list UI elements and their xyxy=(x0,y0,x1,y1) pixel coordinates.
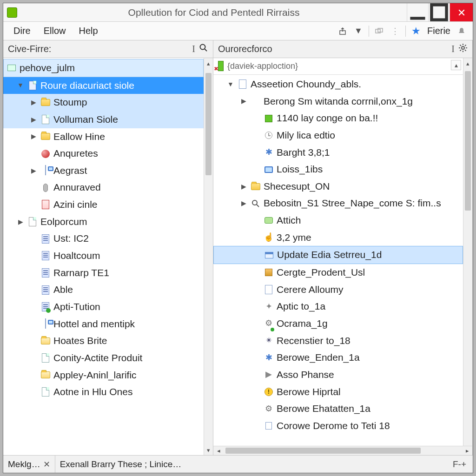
tree-item[interactable]: ☝ 3,2 yme xyxy=(213,229,463,246)
scroll-down-icon[interactable]: ▾ xyxy=(204,445,213,455)
monitor-icon xyxy=(264,165,274,175)
tree-item[interactable]: Attich xyxy=(213,212,463,229)
doc-icon xyxy=(40,285,51,295)
scroll-up-icon[interactable]: ▴ xyxy=(204,58,213,68)
tree-item[interactable]: ▶ Eolporcum xyxy=(3,213,204,231)
tree-item[interactable]: Mily lica edtio xyxy=(213,127,463,144)
menu-help[interactable]: Help xyxy=(72,24,104,38)
tree-item[interactable]: Hoates Brite xyxy=(3,332,204,350)
tree-item[interactable]: ▶ Stoump xyxy=(3,94,204,111)
close-button[interactable] xyxy=(450,3,473,21)
tree-item[interactable]: ✱ Barght 3,8;1 xyxy=(213,144,463,161)
twisty-icon[interactable]: ▼ xyxy=(16,80,25,91)
tree-item[interactable]: Corowe Derome to Teti 18 xyxy=(213,417,463,435)
tree-item[interactable]: ▶ Asso Phanse xyxy=(213,366,463,383)
tree-item[interactable]: Loiss_1ibs xyxy=(213,161,463,178)
twisty-icon[interactable]: ▶ xyxy=(239,181,248,192)
tree-item[interactable]: Conity-Actite Produit xyxy=(3,350,204,367)
tree-item[interactable]: Apti-Tution xyxy=(3,298,204,316)
pane-handle-icon[interactable]: I xyxy=(192,44,195,54)
twisty-icon[interactable]: ▶ xyxy=(29,165,38,176)
tree-item-label: Eolporcum xyxy=(40,214,87,230)
tree-item[interactable]: ▶ Aegrast xyxy=(3,162,204,179)
tree-item-label: Berong Sm witanda corrnil,onx_1g xyxy=(264,93,413,110)
twisty-icon[interactable]: ▶ xyxy=(16,217,25,227)
close-icon[interactable]: ✕ xyxy=(43,459,50,469)
tree-item[interactable]: ▶ Bebositn_S1 Stree_Nape_come S: fim..s xyxy=(213,195,463,212)
separator xyxy=(369,26,369,37)
tree-root[interactable]: pehove_julm xyxy=(3,59,204,77)
twisty-icon[interactable]: ▶ xyxy=(239,198,248,209)
star-icon[interactable]: ★ xyxy=(409,24,423,38)
tree-item[interactable]: Cerere Alloumy xyxy=(213,281,463,298)
maximize-button[interactable] xyxy=(428,3,450,21)
twisty-icon[interactable]: ▶ xyxy=(29,114,38,125)
tree-item-label: Annuraved xyxy=(53,179,101,196)
tree-item[interactable]: Aotne in Hlu Ones xyxy=(3,383,204,401)
status-tab-2[interactable]: Exenall Brarry These ; Linice… xyxy=(55,456,446,473)
tree-item-label: Apti-Tution xyxy=(53,299,100,315)
tree-item[interactable]: ▶ Eallow Hine xyxy=(3,128,204,145)
scroll-left-icon[interactable]: ◂ xyxy=(213,446,224,455)
tree-item[interactable]: ▶ Berong Sm witanda corrnil,onx_1g xyxy=(213,93,463,110)
search-icon[interactable] xyxy=(199,43,208,55)
left-pane: pehove_julm ▼ Roure diacuriact siole ▶ S… xyxy=(3,58,213,455)
tree-item[interactable]: Cergte_Prodent_Usl xyxy=(213,264,463,281)
right-scrollbar[interactable]: ▴ ▾ xyxy=(463,58,472,455)
tree-item[interactable]: 1140 lay conge on ba.!! xyxy=(213,110,463,127)
left-scrollbar[interactable]: ▴ ▾ xyxy=(204,58,213,455)
tree-item[interactable]: Hoaltcoum xyxy=(3,247,204,264)
svg-line-17 xyxy=(460,50,461,51)
left-tree[interactable]: pehove_julm ▼ Roure diacuriact siole ▶ S… xyxy=(3,58,204,405)
svg-point-9 xyxy=(462,46,464,49)
minimize-button[interactable] xyxy=(407,3,428,21)
export-icon[interactable] xyxy=(335,24,350,38)
tree-item[interactable]: ✴ Recenstier to_18 xyxy=(213,332,463,350)
tree-item[interactable]: Ust: IC2 xyxy=(3,230,204,247)
tree-item[interactable]: Azini cinle xyxy=(3,196,204,213)
status-right: F-+ xyxy=(446,459,473,469)
gear-icon[interactable] xyxy=(458,43,468,55)
tree-item-label: Hoates Brite xyxy=(53,333,107,349)
tree-item[interactable]: ✦ Aptic to_1a xyxy=(213,298,463,315)
right-hscrollbar[interactable]: ◂ ▸ xyxy=(213,446,472,455)
tree-item-label: Asso Phanse xyxy=(277,367,334,383)
menu-ellow[interactable]: Ellow xyxy=(37,24,73,38)
collapse-up-icon[interactable]: ▴ xyxy=(451,60,461,70)
tree-item[interactable]: Update Edia Setrreu_1d xyxy=(213,246,463,264)
tree-item[interactable]: ⚙ Ocrama_1g xyxy=(213,315,463,332)
tree-item-label: Shecesupt_ON xyxy=(264,178,330,195)
tree-item[interactable]: ▼ Asseetion Choundy_abls. xyxy=(213,76,463,93)
scroll-up-icon[interactable]: ▴ xyxy=(463,58,472,68)
status-tab-1[interactable]: Meklg… ✕ xyxy=(3,456,55,473)
more-icon[interactable]: ⋮ xyxy=(388,24,403,38)
svg-line-14 xyxy=(460,45,461,46)
windows-icon[interactable] xyxy=(372,24,387,38)
tree-item-label: Appley-Aninl_larific xyxy=(53,367,137,383)
twisty-icon[interactable]: ▶ xyxy=(29,131,38,142)
page-blue-icon xyxy=(27,80,38,91)
tree-item[interactable]: ▶ Volluman Siole xyxy=(3,111,204,128)
tree-item[interactable]: Anquretes xyxy=(3,145,204,162)
tree-item[interactable]: ✱ Berowe_Enden_1a xyxy=(213,349,463,366)
tree-item[interactable]: Annuraved xyxy=(3,179,204,196)
pane-handle-icon[interactable]: I xyxy=(451,44,455,54)
tree-item[interactable]: ▶ Shecesupt_ON xyxy=(213,178,463,195)
twisty-icon[interactable]: ▶ xyxy=(29,97,38,108)
tree-item[interactable]: Rarnarp TE1 xyxy=(3,264,204,282)
tree-item[interactable]: Hottel and mentipk xyxy=(3,316,204,333)
twisty-icon[interactable]: ▼ xyxy=(226,79,235,90)
toolbar-label[interactable]: Fierie xyxy=(424,26,453,36)
menu-dire[interactable]: Dire xyxy=(7,24,37,38)
tree-item[interactable]: Appley-Aninl_larific xyxy=(3,367,204,384)
tree-item[interactable]: Able xyxy=(3,281,204,298)
scroll-right-icon[interactable]: ▸ xyxy=(462,446,472,455)
twisty-icon[interactable]: ▶ xyxy=(239,96,248,106)
right-tree[interactable]: ▼ Asseetion Choundy_abls. ▶ Berong Sm wi… xyxy=(213,75,463,446)
tree-item-label: Anquretes xyxy=(53,145,98,162)
dropdown-icon[interactable]: ▼ xyxy=(351,24,366,38)
tree-item[interactable]: ▼ Roure diacuriact siole xyxy=(3,77,204,94)
bell-icon[interactable] xyxy=(454,24,469,38)
tree-item[interactable]: ! Berowe Hiprtal xyxy=(213,383,463,401)
tree-item[interactable]: ⚙ Berowe Ehatatten_1a xyxy=(213,400,463,417)
